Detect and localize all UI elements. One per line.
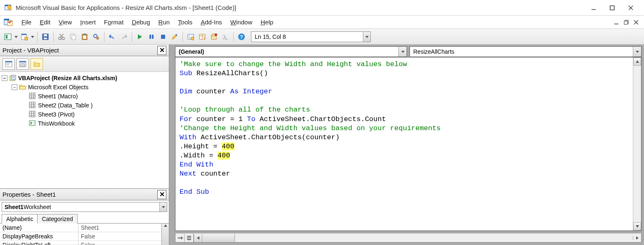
position-indicator[interactable]: Ln 15, Col 8 [251, 31, 371, 42]
cut-icon[interactable] [56, 31, 67, 42]
project-panel-title: Project - VBAProject [2, 47, 59, 54]
menu-run[interactable]: Run [154, 17, 174, 27]
svg-line-46 [223, 37, 225, 39]
properties-window-icon[interactable] [197, 31, 208, 42]
insert-module-icon[interactable] [19, 31, 30, 42]
reset-icon[interactable] [158, 31, 168, 42]
redo-icon[interactable] [118, 31, 129, 42]
property-row[interactable]: (Name) Sheet1 [0, 224, 161, 232]
tree-project-root[interactable]: − VBAProject (Resize All Charts.xlsm) [0, 74, 169, 83]
scroll-right-icon[interactable] [633, 236, 641, 240]
properties-object-selector[interactable]: Sheet1 Worksheet [2, 202, 167, 212]
menu-addins[interactable]: Add-Ins [197, 17, 226, 27]
tree-sheet-item[interactable]: Sheet1 (Macro) [0, 92, 169, 101]
project-explorer-icon[interactable] [185, 31, 196, 42]
menu-edit[interactable]: Edit [36, 17, 54, 27]
tab-categorized[interactable]: Categorized [37, 214, 78, 224]
tree-label: ThisWorkbook [38, 120, 75, 127]
dropdown-icon[interactable] [14, 35, 18, 38]
design-mode-icon[interactable] [169, 31, 180, 42]
dropdown-icon[interactable] [363, 32, 370, 42]
menu-tools[interactable]: Tools [174, 17, 197, 27]
code-horizontal-scrollbar[interactable] [194, 234, 235, 242]
svg-text:?: ? [240, 34, 243, 40]
find-icon[interactable] [91, 31, 102, 42]
dropdown-icon[interactable] [31, 35, 35, 38]
collapse-icon[interactable]: − [12, 84, 17, 90]
menu-view[interactable]: View [54, 17, 76, 27]
scroll-down-icon[interactable] [633, 222, 641, 231]
object-browser-icon[interactable] [208, 31, 219, 42]
tree-label: Microsoft Excel Objects [28, 84, 88, 90]
help-icon[interactable]: ? [236, 31, 247, 42]
property-value[interactable]: Sheet1 [78, 224, 161, 232]
tree-label: Sheet3 (Pivot) [38, 111, 75, 118]
procedure-combo[interactable]: ResizeAllCharts [410, 46, 642, 57]
save-icon[interactable] [40, 31, 51, 42]
dropdown-icon[interactable] [398, 47, 407, 57]
menu-window[interactable]: Window [226, 17, 256, 27]
menu-debug[interactable]: Debug [128, 17, 154, 27]
menu-insert[interactable]: Insert [76, 17, 100, 27]
svg-rect-36 [176, 34, 177, 36]
property-value[interactable]: False [78, 232, 161, 240]
menu-help[interactable]: Help [256, 17, 277, 27]
worksheet-icon [29, 111, 36, 118]
project-panel-close-button[interactable]: ✕ [157, 46, 166, 55]
window-title: Microsoft Visual Basic for Applications … [16, 4, 584, 11]
close-button[interactable] [621, 2, 640, 14]
run-icon[interactable] [135, 31, 145, 42]
procedure-view-icon[interactable] [175, 234, 185, 242]
view-object-icon[interactable] [17, 58, 29, 70]
property-value[interactable]: False [78, 241, 161, 245]
code-editor[interactable]: 'Make sure to change the Width and Heigh… [175, 57, 642, 231]
excel-vba-icon [3, 17, 13, 27]
maximize-button[interactable] [603, 2, 621, 14]
workbook-icon [29, 120, 36, 127]
toggle-folders-icon[interactable] [31, 58, 43, 70]
properties-panel-title: Properties - Sheet1 [2, 191, 56, 198]
view-excel-icon[interactable] [2, 31, 13, 42]
svg-point-39 [191, 37, 194, 40]
code-text[interactable]: 'Make sure to change the Width and Heigh… [175, 57, 633, 231]
collapse-icon[interactable]: − [2, 75, 7, 81]
menu-file[interactable]: File [17, 17, 36, 27]
code-vertical-scrollbar[interactable] [633, 57, 641, 231]
properties-grid[interactable]: (Name) Sheet1 DisplayPageBreaks False Di… [0, 224, 161, 245]
property-key: DisplayPageBreaks [0, 232, 78, 240]
scroll-up-icon[interactable] [633, 57, 641, 66]
menu-format[interactable]: Format [100, 17, 128, 27]
tree-workbook-item[interactable]: ThisWorkbook [0, 119, 169, 128]
minimize-button[interactable] [584, 2, 603, 14]
tree-sheet-item[interactable]: Sheet3 (Pivot) [0, 110, 169, 119]
object-combo[interactable]: (General) [175, 46, 407, 57]
properties-scrollbar[interactable] [161, 224, 169, 245]
properties-panel-close-button[interactable]: ✕ [157, 190, 166, 199]
tree-sheet-item[interactable]: Sheet2 (Data_Table ) [0, 101, 169, 110]
svg-rect-35 [161, 35, 165, 39]
project-panel-header: Project - VBAProject ✕ [0, 45, 169, 56]
tree-label: Sheet2 (Data_Table ) [38, 102, 92, 109]
tree-folder[interactable]: − Microsoft Excel Objects [0, 83, 169, 92]
copy-icon[interactable] [68, 31, 78, 42]
view-code-icon[interactable] [2, 58, 15, 70]
tab-alphabetic[interactable]: Alphabetic [2, 214, 38, 224]
toolbox-icon[interactable] [220, 31, 231, 42]
svg-rect-57 [12, 75, 16, 79]
paste-icon[interactable] [79, 31, 90, 42]
svg-rect-55 [21, 64, 25, 66]
dropdown-icon[interactable] [633, 47, 641, 57]
titlebar: Microsoft Visual Basic for Applications … [0, 0, 644, 16]
property-row[interactable]: DisplayRightToLeft False [0, 241, 161, 245]
scroll-left-icon[interactable] [194, 234, 202, 242]
mdi-restore-button[interactable] [622, 18, 631, 27]
dropdown-icon[interactable] [159, 202, 167, 212]
mdi-minimize-button[interactable] [612, 18, 621, 27]
project-tree[interactable]: − VBAProject (Resize All Charts.xlsm) − … [0, 72, 169, 188]
full-module-view-icon[interactable] [185, 234, 194, 242]
break-icon[interactable] [146, 31, 157, 42]
mdi-close-button[interactable] [632, 18, 641, 27]
property-row[interactable]: DisplayPageBreaks False [0, 232, 161, 241]
svg-rect-33 [149, 35, 151, 39]
undo-icon[interactable] [107, 31, 118, 42]
